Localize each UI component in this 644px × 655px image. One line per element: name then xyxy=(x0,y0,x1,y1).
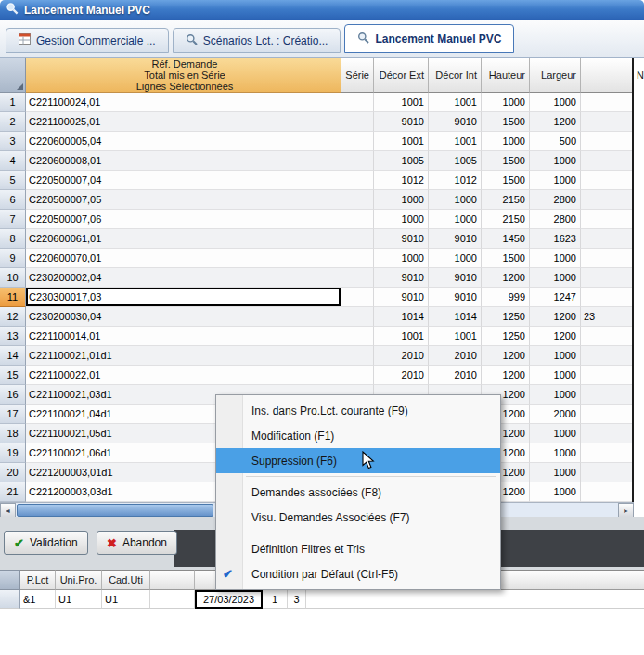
grid-cell[interactable] xyxy=(581,463,634,482)
grid-cell[interactable] xyxy=(341,268,374,288)
grid-cell[interactable]: 1500 xyxy=(482,151,530,171)
table-row[interactable]: 3C220600005,04100110011000500 xyxy=(0,132,634,151)
grid-cell[interactable]: 2800 xyxy=(530,210,581,229)
column-header-largeur[interactable]: Largeur xyxy=(530,58,581,93)
column-header-decor-int[interactable]: Décor Int xyxy=(429,58,482,93)
grid-cell[interactable]: 2010 xyxy=(374,346,429,366)
grid-cell[interactable] xyxy=(581,249,634,268)
grid-cell[interactable]: 1000 xyxy=(530,366,581,385)
row-number-cell[interactable]: 13 xyxy=(0,327,26,346)
grid-cell[interactable]: 1000 xyxy=(530,443,581,463)
grid-cell[interactable]: 2010 xyxy=(374,366,429,385)
cell-cad-uti[interactable]: U1 xyxy=(102,590,150,609)
row-number-cell[interactable]: 1 xyxy=(0,93,26,112)
table-row[interactable]: 9C220600070,011000100015001000 xyxy=(0,249,634,268)
grid-cell[interactable]: 23 xyxy=(581,307,634,327)
grid-cell[interactable]: 9010 xyxy=(429,112,482,132)
row-number-cell[interactable]: 7 xyxy=(0,210,26,229)
grid-cell[interactable]: C230200002,04 xyxy=(26,268,341,288)
grid-cell[interactable]: C221100022,01 xyxy=(26,366,341,385)
row-number-cell[interactable]: 6 xyxy=(0,190,26,210)
grid-cell[interactable]: 1000 xyxy=(482,132,530,151)
grid-cell[interactable]: 1000 xyxy=(374,190,429,210)
grid-cell[interactable] xyxy=(581,366,634,385)
grid-cell[interactable]: C230300017,03 xyxy=(26,288,341,307)
grid-cell[interactable] xyxy=(341,93,374,112)
grid-cell[interactable] xyxy=(581,132,634,151)
column-header-hauteur[interactable]: Hauteur xyxy=(482,58,530,93)
grid-cell[interactable]: 2010 xyxy=(429,346,482,366)
grid-cell[interactable]: 9010 xyxy=(374,288,429,307)
row-number-cell[interactable]: 3 xyxy=(0,132,26,151)
scroll-right-button[interactable]: ► xyxy=(618,503,634,518)
grid-cell[interactable]: C220500007,04 xyxy=(26,171,341,190)
grid-cell[interactable]: 1200 xyxy=(530,112,581,132)
grid-cell[interactable]: 1001 xyxy=(374,327,429,346)
grid-cell[interactable]: 1000 xyxy=(530,482,581,502)
grid-corner-cell[interactable] xyxy=(0,58,26,93)
menu-item[interactable]: Visu. Demandes Associées (F7) xyxy=(216,505,500,530)
table-row[interactable]: 15C221100022,012010201012001000 xyxy=(0,366,634,385)
grid-cell[interactable] xyxy=(581,405,634,424)
column-header-blank[interactable] xyxy=(581,58,634,93)
grid-cell[interactable] xyxy=(581,346,634,366)
row-number-cell[interactable]: 15 xyxy=(0,366,26,385)
column-header-decor-ext[interactable]: Décor Ext xyxy=(374,58,429,93)
validation-button[interactable]: ✔ Validation xyxy=(4,531,88,555)
grid-cell[interactable] xyxy=(341,327,374,346)
grid-cell[interactable]: C220600005,04 xyxy=(26,132,341,151)
grid-cell[interactable]: 1005 xyxy=(429,151,482,171)
grid-cell[interactable] xyxy=(581,482,634,502)
row-number-cell[interactable]: 10 xyxy=(0,268,26,288)
cell-value[interactable]: 1 xyxy=(263,590,288,609)
row-number-cell[interactable]: 17 xyxy=(0,405,26,424)
grid-cell[interactable]: 9010 xyxy=(429,229,482,249)
table-row[interactable]: 6C220500007,051000100021502800 xyxy=(0,190,634,210)
grid-cell[interactable] xyxy=(581,171,634,190)
grid-cell[interactable]: 1200 xyxy=(482,346,530,366)
tab-gestion-commerciale[interactable]: Gestion Commerciale ... xyxy=(6,28,169,53)
grid-cell[interactable]: C220600070,01 xyxy=(26,249,341,268)
table-row[interactable]: 13C221100014,011001100112501200 xyxy=(0,327,634,346)
cell-uni-pro[interactable]: U1 xyxy=(56,590,102,609)
grid-cell[interactable]: 500 xyxy=(530,132,581,151)
row-number-cell[interactable]: 20 xyxy=(0,463,26,482)
cell-date-selected[interactable]: 27/03/2023 xyxy=(195,590,263,609)
abandon-button[interactable]: ✖ Abandon xyxy=(97,531,177,555)
grid-cell[interactable] xyxy=(341,249,374,268)
grid-cell[interactable]: 1000 xyxy=(429,249,482,268)
column-header-ref-demande[interactable]: Réf. Demande Total mis en Série Lignes S… xyxy=(26,58,341,93)
table-row[interactable]: 14C221100021,01d12010201012001000 xyxy=(0,346,634,366)
grid-cell[interactable]: 1000 xyxy=(429,190,482,210)
grid-cell[interactable]: 2800 xyxy=(530,190,581,210)
grid-cell[interactable]: 999 xyxy=(482,288,530,307)
row-number-cell[interactable]: 16 xyxy=(0,385,26,405)
grid-cell[interactable] xyxy=(341,210,374,229)
grid-cell[interactable]: C221100025,01 xyxy=(26,112,341,132)
grid-cell[interactable]: 1000 xyxy=(429,210,482,229)
grid-cell[interactable]: 1000 xyxy=(530,268,581,288)
grid-cell[interactable]: 1500 xyxy=(482,112,530,132)
row-number-cell[interactable]: 4 xyxy=(0,151,26,171)
grid-cell[interactable]: 1000 xyxy=(530,151,581,171)
grid-cell[interactable]: C221100021,01d1 xyxy=(26,346,341,366)
grid-cell[interactable] xyxy=(341,288,374,307)
grid-cell[interactable]: 1200 xyxy=(482,366,530,385)
table-row[interactable]: 10C230200002,049010901012001000 xyxy=(0,268,634,288)
table-row[interactable]: 8C220600061,019010901014501623 xyxy=(0,229,634,249)
grid-cell[interactable]: 1500 xyxy=(482,171,530,190)
grid-cell[interactable]: 2150 xyxy=(482,190,530,210)
grid-cell[interactable]: 1450 xyxy=(482,229,530,249)
column-header-p-lct[interactable]: P.Lct xyxy=(20,570,56,590)
grid-cell[interactable]: 1012 xyxy=(374,171,429,190)
column-header-cad-uti[interactable]: Cad.Uti xyxy=(102,570,150,590)
table-row[interactable]: 2C221100025,019010901015001200 xyxy=(0,112,634,132)
grid-cell[interactable]: 1247 xyxy=(530,288,581,307)
scroll-left-button[interactable]: ◄ xyxy=(0,503,16,518)
row-header-cell[interactable] xyxy=(0,590,20,609)
grid-cell[interactable]: 1250 xyxy=(482,327,530,346)
grid-cell[interactable] xyxy=(581,93,634,112)
grid-cell[interactable]: 2010 xyxy=(429,366,482,385)
grid-cell[interactable]: C220500007,05 xyxy=(26,190,341,210)
table-row[interactable]: 7C220500007,061000100021502800 xyxy=(0,210,634,229)
